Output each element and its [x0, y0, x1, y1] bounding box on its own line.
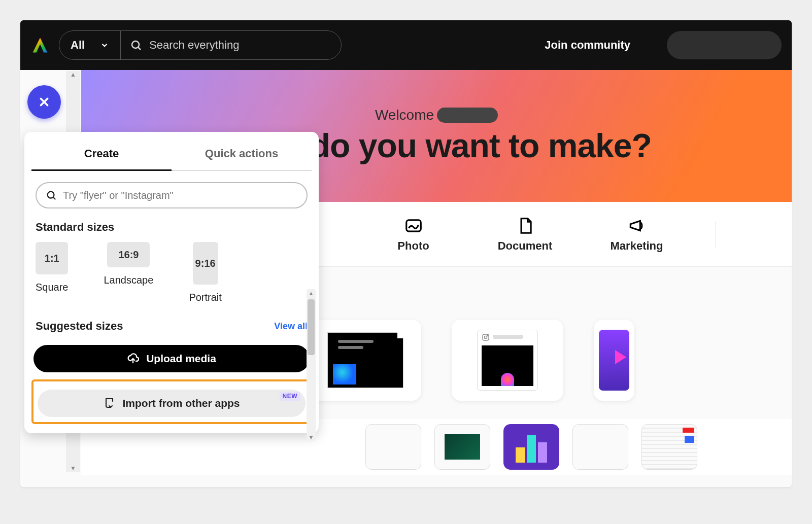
search-group: All [59, 30, 342, 60]
template-card[interactable] [310, 320, 421, 401]
category-separator [716, 221, 716, 248]
import-highlight: Import from other apps NEW [31, 379, 312, 424]
create-panel: Create Quick actions Standard sizes 1:1 … [24, 132, 319, 433]
svg-point-0 [132, 41, 139, 48]
size-landscape[interactable]: 16:9 Landscape [104, 242, 154, 303]
import-from-apps-button[interactable]: Import from other apps NEW [38, 390, 306, 417]
scroll-up-arrow-icon[interactable]: ▲ [307, 290, 316, 296]
scroll-down-arrow-icon[interactable]: ▼ [66, 465, 80, 472]
recent-thumb[interactable] [434, 424, 490, 470]
close-panel-button[interactable] [27, 85, 61, 119]
filter-dropdown[interactable]: All [59, 31, 121, 59]
svg-point-11 [48, 192, 54, 198]
import-icon [103, 397, 115, 409]
upload-icon [127, 353, 139, 365]
ratio-chip: 9:16 [193, 242, 218, 285]
panel-tabs: Create Quick actions [31, 142, 312, 171]
scroll-up-arrow-icon[interactable]: ▲ [66, 71, 80, 78]
ratio-chip: 16:9 [107, 242, 150, 267]
recent-thumb[interactable] [365, 424, 421, 470]
recent-thumb[interactable] [503, 424, 559, 470]
global-search[interactable] [121, 31, 341, 59]
svg-line-1 [139, 48, 141, 50]
search-icon [46, 190, 57, 201]
upload-media-button[interactable]: Upload media [33, 345, 310, 372]
category-marketing[interactable]: Marketing [604, 216, 670, 253]
app-logo [30, 36, 50, 55]
ratio-chip: 1:1 [36, 242, 68, 274]
svg-point-7 [484, 336, 487, 338]
scroll-thumb[interactable] [308, 299, 315, 355]
header-button-placeholder [667, 31, 782, 59]
close-icon [38, 95, 51, 109]
scroll-down-arrow-icon[interactable]: ▼ [307, 434, 316, 440]
top-bar: All Join community [20, 20, 792, 70]
panel-scrollbar[interactable]: ▲ ▼ [307, 289, 316, 441]
category-photo[interactable]: Photo [381, 216, 447, 253]
panel-search-input[interactable] [63, 190, 297, 201]
size-square[interactable]: 1:1 Square [36, 242, 69, 303]
standard-sizes-row: 1:1 Square 16:9 Landscape 9:16 Portrait [31, 242, 312, 318]
view-all-link[interactable]: View all [274, 321, 308, 332]
size-portrait[interactable]: 9:16 Portrait [189, 242, 221, 303]
search-input[interactable] [149, 39, 332, 52]
suggested-sizes-heading: Suggested sizes [36, 320, 123, 333]
join-community-button[interactable]: Join community [527, 31, 648, 59]
tab-create[interactable]: Create [31, 142, 172, 171]
template-card[interactable] [594, 320, 634, 401]
document-icon [516, 216, 535, 235]
user-name-redacted [437, 108, 498, 123]
template-card[interactable] [452, 320, 563, 401]
recent-thumb[interactable] [572, 424, 628, 470]
standard-sizes-heading: Standard sizes [36, 221, 308, 234]
welcome-text: Welcome [375, 107, 434, 123]
tab-quick-actions[interactable]: Quick actions [172, 142, 312, 170]
chevron-down-icon [100, 41, 109, 50]
new-badge: NEW [280, 392, 301, 401]
svg-point-8 [487, 335, 488, 336]
search-icon [130, 39, 142, 51]
recent-thumb[interactable] [641, 424, 697, 470]
svg-line-12 [53, 197, 55, 199]
marketing-icon [627, 216, 647, 235]
filter-label: All [71, 39, 85, 52]
category-document[interactable]: Document [492, 216, 558, 253]
photo-icon [404, 216, 423, 235]
panel-search[interactable] [36, 182, 308, 208]
